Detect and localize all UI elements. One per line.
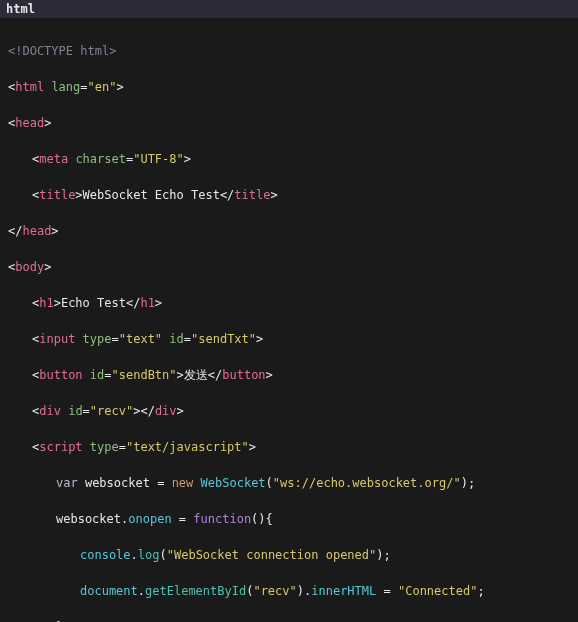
- code-line: <script type="text/javascript">: [8, 438, 570, 456]
- code-line: <!DOCTYPE html>: [8, 42, 570, 60]
- code-line: document.getElementById("recv").innerHTM…: [8, 582, 570, 600]
- code-line: <head>: [8, 114, 570, 132]
- code-line: <div id="recv"></div>: [8, 402, 570, 420]
- code-line: <h1>Echo Test</h1>: [8, 294, 570, 312]
- code-line: };: [8, 618, 570, 622]
- code-line: <meta charset="UTF-8">: [8, 150, 570, 168]
- code-line: </head>: [8, 222, 570, 240]
- file-label: html: [6, 2, 35, 16]
- code-line: <html lang="en">: [8, 78, 570, 96]
- code-line: var websocket = new WebSocket("ws://echo…: [8, 474, 570, 492]
- code-line: <button id="sendBtn">发送</button>: [8, 366, 570, 384]
- code-line: <input type="text" id="sendTxt">: [8, 330, 570, 348]
- code-line: <body>: [8, 258, 570, 276]
- code-line: <title>WebSocket Echo Test</title>: [8, 186, 570, 204]
- file-header: html: [0, 0, 578, 18]
- code-block: <!DOCTYPE html> <html lang="en"> <head> …: [0, 18, 578, 622]
- code-line: websocket.onopen = function(){: [8, 510, 570, 528]
- code-line: console.log("WebSocket connection opened…: [8, 546, 570, 564]
